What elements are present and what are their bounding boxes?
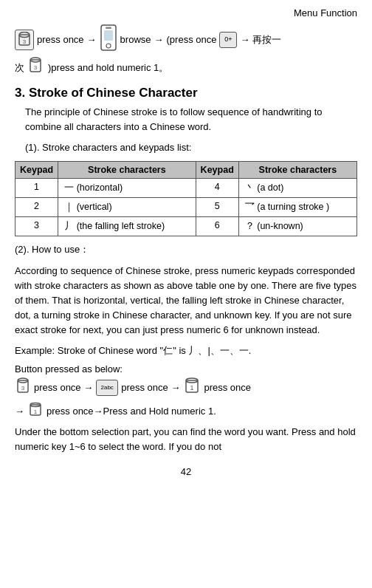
page-number: 42 — [15, 466, 357, 477]
col-header-keypad1: Keypad — [16, 162, 58, 179]
cell-key-3: 3 — [16, 217, 58, 236]
example-line: Example: Stroke of Chinese word "仁" is 丿… — [15, 343, 357, 359]
section-heading: 3. Stroke of Chinese Character — [15, 86, 357, 100]
cell-key-5: 5 — [196, 198, 238, 217]
cell-stroke-3: 丿 (the falling left stroke) — [58, 217, 196, 236]
press-icon-3: 1 — [27, 402, 44, 420]
cell-stroke-6: ？ (un-known) — [238, 217, 356, 236]
sub-label-2: (2). How to use： — [15, 242, 357, 257]
stroke-table: Keypad Stroke characters Keypad Stroke c… — [15, 161, 357, 236]
svg-rect-4 — [106, 27, 111, 30]
press-row1-p2: press once → — [121, 382, 180, 393]
cell-key-4: 4 — [196, 179, 238, 198]
press-icon-2: 1 — [183, 377, 201, 397]
header-title: Menu Function — [294, 7, 357, 18]
press-row-2: → 1 press once→Press and Hold numeric 1. — [15, 402, 357, 420]
col-header-stroke1: Stroke characters — [58, 162, 196, 179]
press-key-2abc: 2abc — [96, 380, 118, 396]
body-text-1: The principle of Chinese stroke is to fo… — [15, 105, 357, 134]
svg-rect-5 — [104, 30, 113, 41]
table-row: 2 ｜ (vertical) 5 乛 (a turning stroke ) — [16, 198, 357, 217]
intro-line2: 次 3 )press and hold numeric 1。 — [15, 57, 357, 79]
intro-arrow1: → — [87, 33, 97, 47]
svg-text:3: 3 — [34, 64, 38, 71]
intro-press-once2: (press once — [167, 33, 217, 47]
intro-repress: 再按一 — [252, 33, 281, 47]
sub-label-1: (1). Stroke characters and keypads list: — [15, 140, 357, 155]
svg-text:3: 3 — [21, 385, 25, 392]
intro-section: 3 press once → browse → (press once 0+ →… — [15, 24, 357, 55]
body-text-3: Under the bottom selection part, you can… — [15, 425, 357, 454]
intro-icon-2: 3 — [27, 57, 44, 79]
intro-second-line: 次 — [15, 61, 24, 75]
col-header-keypad2: Keypad — [196, 162, 238, 179]
svg-point-6 — [106, 44, 111, 48]
press-row1-p1: press once → — [34, 382, 93, 393]
cell-key-6: 6 — [196, 217, 238, 236]
body-text-2: According to sequence of Chinese stroke,… — [15, 264, 357, 338]
intro-arrow2: → — [154, 33, 164, 47]
intro-browse: browse — [120, 33, 151, 47]
intro-arrow3: → — [240, 33, 249, 47]
press-row2-text: press once→Press and Hold numeric 1. — [46, 406, 216, 417]
svg-text:1: 1 — [190, 384, 194, 392]
page-header: Menu Function — [15, 7, 357, 18]
press-row-1: 3 press once → 2abc press once → 1 press… — [15, 377, 357, 397]
section-number: 3. — [15, 86, 25, 100]
cell-stroke-4: 丶 (a dot) — [238, 179, 356, 198]
button-pressed-label: Button pressed as below: — [15, 363, 357, 375]
intro-press-hold: )press and hold numeric 1。 — [48, 61, 168, 75]
intro-phone-icon — [100, 24, 117, 55]
svg-text:1: 1 — [34, 408, 38, 415]
press-icon-1: 3 — [15, 377, 31, 397]
intro-press-once: press once — [37, 33, 84, 47]
cell-stroke-5: 乛 (a turning stroke ) — [238, 198, 356, 217]
cell-stroke-1: 一 (horizontal) — [58, 179, 196, 198]
cell-key-1: 1 — [16, 179, 58, 198]
cell-key-2: 2 — [16, 198, 58, 217]
intro-key-0plus: 0+ — [219, 32, 237, 48]
intro-icon-1: 3 — [15, 30, 34, 50]
table-row: 1 一 (horizontal) 4 丶 (a dot) — [16, 179, 357, 198]
cell-stroke-2: ｜ (vertical) — [58, 198, 196, 217]
col-header-stroke2: Stroke characters — [238, 162, 356, 179]
press-row1-p3: press once — [204, 382, 251, 393]
table-row: 3 丿 (the falling left stroke) 6 ？ (un-kn… — [16, 217, 357, 236]
press-row2-arrow: → — [15, 406, 24, 417]
section-title: Stroke of Chinese Character — [29, 86, 198, 100]
svg-text:3: 3 — [23, 38, 27, 45]
